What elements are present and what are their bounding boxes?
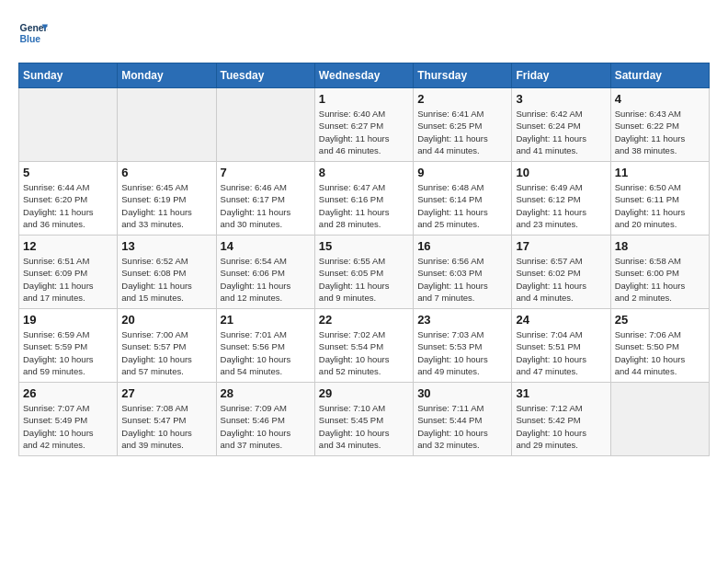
calendar-cell: 29Sunrise: 7:10 AM Sunset: 5:45 PM Dayli… [314, 383, 413, 456]
day-info: Sunrise: 6:59 AM Sunset: 5:59 PM Dayligh… [23, 328, 113, 377]
day-number: 30 [417, 386, 507, 400]
day-info: Sunrise: 6:55 AM Sunset: 6:05 PM Dayligh… [319, 255, 409, 304]
day-number: 8 [319, 166, 409, 179]
calendar-cell: 2Sunrise: 6:41 AM Sunset: 6:25 PM Daylig… [414, 88, 512, 162]
calendar-cell: 12Sunrise: 6:51 AM Sunset: 6:09 PM Dayli… [19, 236, 118, 309]
logo-icon: General Blue [18, 18, 48, 48]
calendar-cell: 13Sunrise: 6:52 AM Sunset: 6:08 PM Dayli… [118, 236, 216, 309]
day-number: 28 [221, 386, 311, 400]
day-number: 21 [221, 313, 311, 327]
day-number: 14 [221, 239, 311, 253]
calendar-cell: 26Sunrise: 7:07 AM Sunset: 5:49 PM Dayli… [19, 383, 118, 456]
weekday-header-tuesday: Tuesday [216, 63, 314, 88]
week-row-3: 12Sunrise: 6:51 AM Sunset: 6:09 PM Dayli… [19, 236, 710, 309]
day-number: 9 [417, 166, 507, 179]
day-info: Sunrise: 6:41 AM Sunset: 6:25 PM Dayligh… [417, 108, 507, 156]
svg-text:Blue: Blue [20, 34, 41, 44]
day-number: 19 [23, 313, 113, 327]
day-number: 3 [516, 92, 606, 106]
day-number: 20 [121, 313, 211, 327]
calendar-cell: 4Sunrise: 6:43 AM Sunset: 6:22 PM Daylig… [610, 88, 709, 162]
day-info: Sunrise: 6:58 AM Sunset: 6:00 PM Dayligh… [615, 255, 705, 304]
calendar-cell [216, 88, 314, 162]
calendar-cell: 17Sunrise: 6:57 AM Sunset: 6:02 PM Dayli… [512, 236, 610, 309]
day-info: Sunrise: 7:06 AM Sunset: 5:50 PM Dayligh… [615, 328, 705, 377]
calendar-cell: 30Sunrise: 7:11 AM Sunset: 5:44 PM Dayli… [414, 383, 512, 456]
calendar-cell: 11Sunrise: 6:50 AM Sunset: 6:11 PM Dayli… [610, 162, 709, 236]
day-number: 15 [319, 239, 409, 253]
calendar-cell [610, 383, 709, 456]
day-info: Sunrise: 6:52 AM Sunset: 6:08 PM Dayligh… [121, 255, 211, 304]
day-number: 7 [221, 166, 311, 179]
calendar-cell: 18Sunrise: 6:58 AM Sunset: 6:00 PM Dayli… [610, 236, 709, 309]
calendar-cell: 31Sunrise: 7:12 AM Sunset: 5:42 PM Dayli… [512, 383, 610, 456]
calendar-cell: 22Sunrise: 7:02 AM Sunset: 5:54 PM Dayli… [314, 309, 413, 383]
day-number: 29 [319, 386, 409, 400]
calendar-cell: 20Sunrise: 7:00 AM Sunset: 5:57 PM Dayli… [118, 309, 216, 383]
calendar-cell: 19Sunrise: 6:59 AM Sunset: 5:59 PM Dayli… [19, 309, 118, 383]
weekday-header-friday: Friday [512, 63, 610, 88]
day-info: Sunrise: 7:02 AM Sunset: 5:54 PM Dayligh… [319, 328, 409, 377]
day-info: Sunrise: 6:50 AM Sunset: 6:11 PM Dayligh… [615, 181, 705, 230]
day-number: 25 [615, 313, 705, 327]
day-info: Sunrise: 7:12 AM Sunset: 5:42 PM Dayligh… [516, 402, 606, 451]
calendar-cell: 10Sunrise: 6:49 AM Sunset: 6:12 PM Dayli… [512, 162, 610, 236]
day-info: Sunrise: 6:54 AM Sunset: 6:06 PM Dayligh… [221, 255, 311, 304]
day-number: 5 [23, 166, 113, 179]
calendar-cell: 5Sunrise: 6:44 AM Sunset: 6:20 PM Daylig… [19, 162, 118, 236]
calendar-cell: 3Sunrise: 6:42 AM Sunset: 6:24 PM Daylig… [512, 88, 610, 162]
day-info: Sunrise: 7:04 AM Sunset: 5:51 PM Dayligh… [516, 328, 606, 377]
week-row-4: 19Sunrise: 6:59 AM Sunset: 5:59 PM Dayli… [19, 309, 710, 383]
logo: General Blue [18, 18, 48, 48]
calendar-cell: 23Sunrise: 7:03 AM Sunset: 5:53 PM Dayli… [414, 309, 512, 383]
day-number: 2 [417, 92, 507, 106]
day-number: 24 [516, 313, 606, 327]
calendar-cell: 8Sunrise: 6:47 AM Sunset: 6:16 PM Daylig… [314, 162, 413, 236]
day-info: Sunrise: 6:51 AM Sunset: 6:09 PM Dayligh… [23, 255, 113, 304]
weekday-header-saturday: Saturday [610, 63, 709, 88]
day-number: 18 [615, 239, 705, 253]
day-number: 27 [121, 386, 211, 400]
day-number: 1 [319, 92, 409, 106]
day-number: 12 [23, 239, 113, 253]
calendar-cell [19, 88, 118, 162]
calendar-cell: 7Sunrise: 6:46 AM Sunset: 6:17 PM Daylig… [216, 162, 314, 236]
day-info: Sunrise: 6:45 AM Sunset: 6:19 PM Dayligh… [121, 181, 211, 230]
calendar-cell: 24Sunrise: 7:04 AM Sunset: 5:51 PM Dayli… [512, 309, 610, 383]
calendar-cell: 15Sunrise: 6:55 AM Sunset: 6:05 PM Dayli… [314, 236, 413, 309]
calendar-cell: 21Sunrise: 7:01 AM Sunset: 5:56 PM Dayli… [216, 309, 314, 383]
day-info: Sunrise: 7:08 AM Sunset: 5:47 PM Dayligh… [121, 402, 211, 451]
weekday-header-monday: Monday [118, 63, 216, 88]
weekday-header-row: SundayMondayTuesdayWednesdayThursdayFrid… [19, 63, 710, 88]
week-row-1: 1Sunrise: 6:40 AM Sunset: 6:27 PM Daylig… [19, 88, 710, 162]
calendar-table: SundayMondayTuesdayWednesdayThursdayFrid… [18, 63, 710, 456]
day-info: Sunrise: 6:42 AM Sunset: 6:24 PM Dayligh… [516, 108, 606, 156]
weekday-header-wednesday: Wednesday [314, 63, 413, 88]
day-info: Sunrise: 6:43 AM Sunset: 6:22 PM Dayligh… [615, 108, 705, 156]
calendar-cell: 28Sunrise: 7:09 AM Sunset: 5:46 PM Dayli… [216, 383, 314, 456]
calendar-cell: 16Sunrise: 6:56 AM Sunset: 6:03 PM Dayli… [414, 236, 512, 309]
day-number: 11 [615, 166, 705, 179]
day-number: 17 [516, 239, 606, 253]
day-number: 10 [516, 166, 606, 179]
day-number: 13 [121, 239, 211, 253]
day-number: 16 [417, 239, 507, 253]
weekday-header-thursday: Thursday [414, 63, 512, 88]
week-row-2: 5Sunrise: 6:44 AM Sunset: 6:20 PM Daylig… [19, 162, 710, 236]
day-info: Sunrise: 6:56 AM Sunset: 6:03 PM Dayligh… [417, 255, 507, 304]
day-info: Sunrise: 6:48 AM Sunset: 6:14 PM Dayligh… [417, 181, 507, 230]
day-info: Sunrise: 6:40 AM Sunset: 6:27 PM Dayligh… [319, 108, 409, 156]
calendar-cell: 25Sunrise: 7:06 AM Sunset: 5:50 PM Dayli… [610, 309, 709, 383]
day-number: 6 [121, 166, 211, 179]
day-info: Sunrise: 7:09 AM Sunset: 5:46 PM Dayligh… [221, 402, 311, 451]
calendar-cell: 1Sunrise: 6:40 AM Sunset: 6:27 PM Daylig… [314, 88, 413, 162]
day-info: Sunrise: 6:44 AM Sunset: 6:20 PM Dayligh… [23, 181, 113, 230]
calendar-cell: 9Sunrise: 6:48 AM Sunset: 6:14 PM Daylig… [414, 162, 512, 236]
day-info: Sunrise: 6:49 AM Sunset: 6:12 PM Dayligh… [516, 181, 606, 230]
day-info: Sunrise: 6:46 AM Sunset: 6:17 PM Dayligh… [221, 181, 311, 230]
page-header: General Blue [18, 18, 710, 48]
day-number: 31 [516, 386, 606, 400]
day-info: Sunrise: 6:57 AM Sunset: 6:02 PM Dayligh… [516, 255, 606, 304]
weekday-header-sunday: Sunday [19, 63, 118, 88]
day-number: 4 [615, 92, 705, 106]
